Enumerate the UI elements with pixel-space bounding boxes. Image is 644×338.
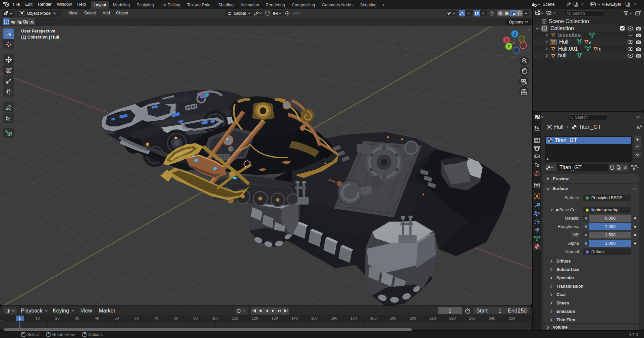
svg-text:X: X: [505, 38, 508, 43]
svg-text:70: 70: [154, 316, 158, 320]
svg-text:30: 30: [75, 316, 79, 320]
svg-text:140: 140: [291, 316, 298, 320]
svg-text:150: 150: [311, 316, 317, 320]
svg-text:130: 130: [271, 316, 278, 320]
svg-text:100: 100: [212, 316, 218, 320]
svg-text:230: 230: [469, 316, 475, 320]
svg-text:240: 240: [489, 316, 495, 320]
svg-text:10: 10: [36, 316, 40, 320]
svg-text:80: 80: [174, 316, 178, 320]
svg-text:110: 110: [232, 316, 238, 320]
svg-text:200: 200: [410, 316, 416, 320]
svg-text:190: 190: [390, 316, 396, 320]
svg-text:220: 220: [449, 316, 455, 320]
svg-text:40: 40: [95, 316, 99, 320]
svg-text:Z: Z: [514, 32, 516, 37]
svg-text:120: 120: [252, 316, 258, 320]
svg-text:Y: Y: [507, 44, 510, 49]
svg-text:250: 250: [508, 316, 515, 320]
svg-text:20: 20: [55, 316, 60, 320]
svg-text:1: 1: [19, 317, 21, 321]
svg-text:170: 170: [350, 316, 357, 320]
svg-text:50: 50: [115, 316, 119, 320]
svg-text:180: 180: [370, 316, 376, 320]
svg-text:210: 210: [429, 316, 436, 320]
svg-text:90: 90: [194, 316, 198, 320]
svg-text:60: 60: [135, 316, 139, 320]
svg-text:160: 160: [331, 316, 337, 320]
